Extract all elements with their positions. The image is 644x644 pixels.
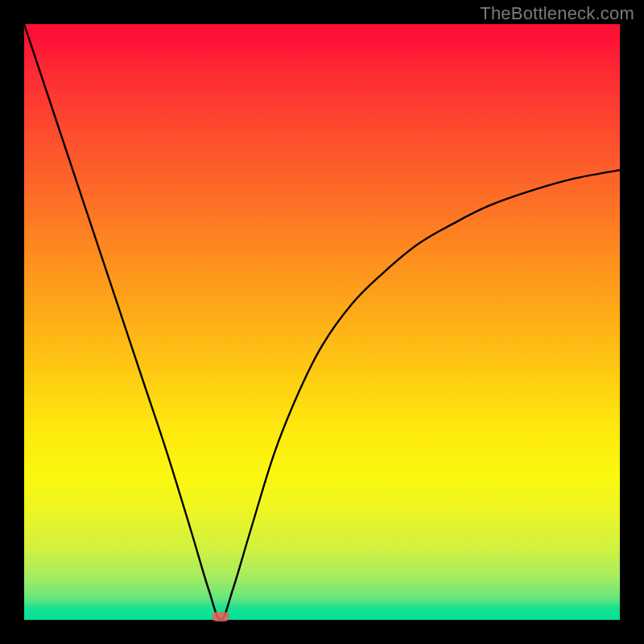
bottleneck-curve	[24, 24, 620, 620]
minimum-marker	[212, 612, 229, 621]
watermark-text: TheBottleneck.com	[480, 3, 634, 24]
curve-svg	[24, 24, 620, 620]
plot-area	[24, 24, 620, 620]
chart-frame: TheBottleneck.com	[0, 0, 644, 644]
